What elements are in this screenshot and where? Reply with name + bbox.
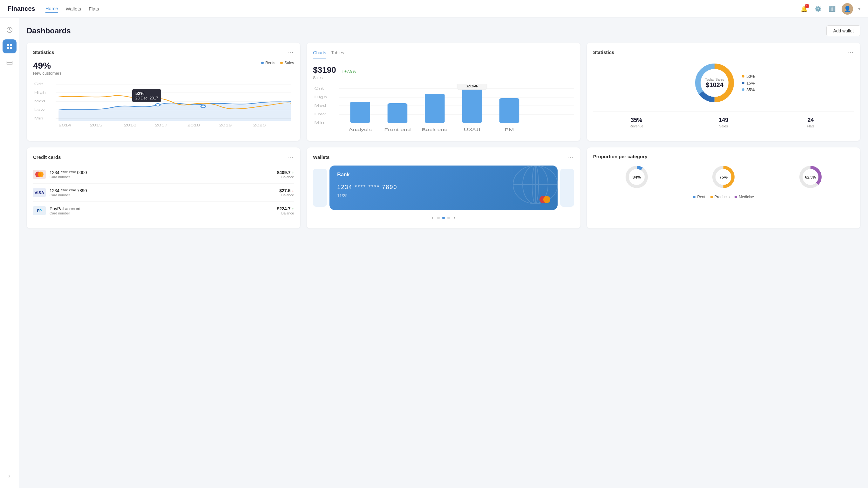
- svg-text:2019: 2019: [219, 124, 232, 127]
- nav-wallets[interactable]: Wallets: [66, 5, 81, 13]
- donut-legend: 50% 15% 35%: [742, 74, 754, 92]
- mini-donut-medicine: 62,5%: [798, 164, 823, 190]
- svg-text:2015: 2015: [90, 124, 103, 127]
- metric-sales: 149 Sales: [680, 117, 767, 128]
- statistics-left-chart: Crit High Med Low Min: [33, 80, 294, 130]
- svg-text:2016: 2016: [124, 124, 136, 127]
- svg-rect-37: [388, 103, 408, 123]
- carousel-dot-3[interactable]: [447, 217, 450, 219]
- svg-rect-4: [10, 47, 12, 49]
- nav-flats[interactable]: Flats: [89, 5, 99, 13]
- svg-point-53: [38, 172, 43, 177]
- wallet-carousel: Bank 1234 **** **** 7890 11/25: [313, 165, 574, 222]
- wallets-card: Wallets ···: [307, 147, 580, 228]
- donut-center: Today Sales $1024: [705, 78, 724, 89]
- chart-tabs: Charts Tables: [313, 49, 344, 58]
- add-wallet-button[interactable]: Add wallet: [826, 25, 860, 36]
- nav-home[interactable]: Home: [45, 4, 58, 13]
- carousel-dot-2[interactable]: [442, 217, 445, 219]
- arrow-down-visa: ↓: [292, 188, 294, 193]
- page-header: Dashboards Add wallet: [27, 25, 860, 36]
- cc-logo-visa: VISA: [33, 188, 46, 197]
- cc-number-paypal: PayPal account: [50, 206, 273, 211]
- cc-info-mc: 1234 **** **** 0000 Card number: [50, 170, 273, 179]
- cc-item-paypal: PP PayPal account Card number $224.7 ↑ B…: [33, 202, 294, 219]
- proportion-charts: 34% 75%: [593, 164, 854, 190]
- cc-info-visa: 1234 **** **** 7890 Card number: [50, 188, 275, 197]
- statistics-left-header: Statistics ···: [33, 49, 294, 56]
- bar-chart: Crit High Med Low Min: [313, 84, 574, 135]
- svg-text:High: High: [314, 95, 327, 99]
- arrow-up-paypal: ↑: [292, 206, 294, 211]
- statistics-right-header: Statistics ···: [593, 49, 854, 56]
- credit-cards-card: Credit cards ··· 1234 **** **** 0: [27, 147, 300, 228]
- svg-rect-1: [7, 44, 9, 46]
- app-brand: Finances: [8, 5, 35, 12]
- sales-change: ↑ +7.9%: [341, 69, 356, 74]
- carousel-nav: ‹ ›: [313, 214, 574, 222]
- svg-point-18: [201, 105, 206, 108]
- proportion-title: Proportion per category: [593, 154, 648, 159]
- carousel-prev[interactable]: ‹: [431, 214, 435, 222]
- info-icon[interactable]: ℹ️: [828, 4, 837, 13]
- cc-type-paypal: Card number: [50, 211, 273, 215]
- svg-text:Back end: Back end: [422, 128, 448, 131]
- statistics-left-percent: 49%: [33, 61, 62, 71]
- tab-charts[interactable]: Charts: [313, 49, 326, 58]
- cc-type-visa: Card number: [50, 193, 275, 197]
- svg-text:62,5%: 62,5%: [805, 175, 816, 180]
- legend-medicine: Medicine: [735, 195, 754, 199]
- legend-rents: Rents: [261, 61, 275, 65]
- donut-today-label: Today Sales: [705, 78, 724, 81]
- sales-label: Sales: [313, 75, 574, 80]
- proportion-header: Proportion per category: [593, 154, 854, 159]
- svg-rect-2: [10, 44, 12, 46]
- notification-icon[interactable]: 🔔 1: [800, 4, 809, 13]
- charts-card-menu[interactable]: ···: [567, 51, 574, 57]
- settings-icon[interactable]: ⚙️: [814, 4, 823, 13]
- donut-today-value: $1024: [705, 81, 724, 89]
- mini-donut-products: 75%: [711, 164, 736, 190]
- wallets-title: Wallets: [313, 154, 330, 160]
- legend-rent: Rent: [693, 195, 705, 199]
- sidebar-item-history[interactable]: [3, 23, 17, 37]
- svg-rect-38: [425, 94, 445, 123]
- statistics-right-card: Statistics ···: [587, 42, 860, 141]
- credit-cards-title: Credit cards: [33, 154, 61, 160]
- svg-text:PM: PM: [505, 128, 514, 131]
- arrow-up-mc: ↑: [292, 170, 294, 175]
- svg-text:Analysis: Analysis: [349, 128, 372, 131]
- avatar[interactable]: 👤: [842, 3, 853, 14]
- svg-text:Med: Med: [34, 99, 45, 103]
- svg-text:75%: 75%: [719, 175, 727, 180]
- statistics-right-menu[interactable]: ···: [847, 49, 854, 56]
- cc-number-visa: 1234 **** **** 7890: [50, 188, 275, 193]
- svg-text:Low: Low: [314, 113, 326, 116]
- sidebar-item-dashboard[interactable]: [3, 39, 17, 53]
- wallets-menu[interactable]: ···: [567, 154, 574, 160]
- cc-logo-mc: [33, 170, 46, 179]
- svg-text:Med: Med: [314, 104, 326, 108]
- donut-legend-35: 35%: [742, 87, 754, 92]
- wallet-card-expiry: 11/25: [337, 193, 550, 198]
- statistics-left-menu[interactable]: ···: [287, 49, 294, 56]
- svg-point-60: [543, 196, 550, 203]
- statistics-left-label: New customers: [33, 71, 62, 75]
- page-title: Dashboards: [27, 26, 71, 35]
- carousel-next[interactable]: ›: [453, 214, 457, 222]
- sidebar-toggle[interactable]: ›: [3, 469, 17, 483]
- svg-rect-3: [7, 47, 9, 49]
- main-content: Dashboards Add wallet Statistics ··· 49%…: [19, 18, 868, 488]
- tab-tables[interactable]: Tables: [331, 49, 344, 58]
- cc-type-mc: Card number: [50, 175, 273, 179]
- cc-number-mc: 1234 **** **** 0000: [50, 170, 273, 175]
- carousel-dot-1[interactable]: [437, 217, 440, 219]
- sidebar-item-wallet[interactable]: [3, 56, 17, 70]
- svg-text:Min: Min: [34, 117, 43, 120]
- statistics-left-card: Statistics ··· 49% New customers Rents: [27, 42, 300, 141]
- svg-text:2014: 2014: [58, 124, 71, 127]
- wallet-preview-right: [560, 169, 574, 207]
- svg-text:2020: 2020: [253, 124, 266, 127]
- credit-cards-menu[interactable]: ···: [287, 154, 294, 160]
- statistics-left-title: Statistics: [33, 50, 54, 55]
